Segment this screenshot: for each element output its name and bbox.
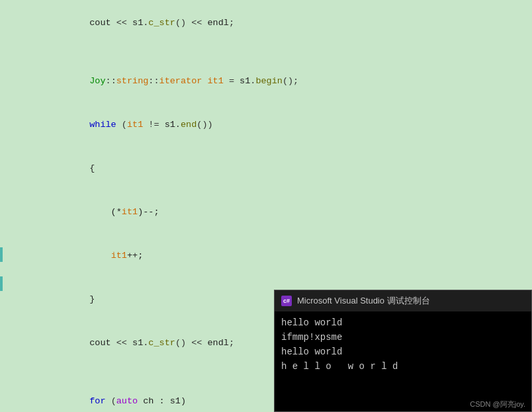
line-indicator-open [0, 276, 3, 291]
console-line-3: hello world [281, 345, 525, 359]
code-line: it1++; [25, 234, 525, 278]
code-line: Joy::string::iterator it1 = s1.begin(); [25, 60, 525, 103]
code-line: { [25, 147, 525, 190]
watermark: CSDN @阿亮joy. [470, 399, 525, 409]
console-line-1: hello world [281, 315, 525, 330]
line-indicator-main [0, 247, 3, 262]
console-body: hello world ifmmp!xpsme hello world h e … [275, 311, 531, 378]
code-line [25, 45, 525, 60]
console-titlebar: c# Microsoft Visual Studio 调试控制台 [275, 290, 531, 311]
console-line-2: ifmmp!xpsme [281, 330, 525, 345]
code-line: cout << s1.c_str() << endl; [25, 0, 525, 45]
editor-area: cout << s1.c_str() << endl; Joy::string:… [0, 0, 532, 412]
code-line: while (it1 != s1.end()) [25, 103, 525, 147]
console-line-4: h e l l o w o r l d [281, 359, 525, 374]
code-line: (*it1)--; [25, 190, 525, 234]
console-title: Microsoft Visual Studio 调试控制台 [297, 295, 430, 307]
vs-icon: c# [281, 296, 292, 306]
console-window: c# Microsoft Visual Studio 调试控制台 hello w… [274, 290, 532, 412]
